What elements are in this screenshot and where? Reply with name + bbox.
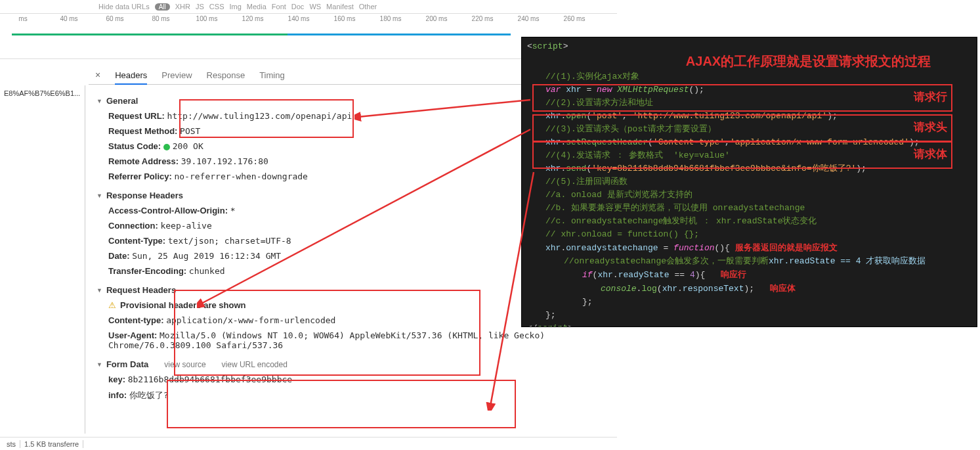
filter-other[interactable]: Other	[359, 3, 377, 11]
annotation-label-request-line: 请求行	[914, 89, 947, 104]
close-icon[interactable]: ×	[95, 70, 100, 80]
tab-preview[interactable]: Preview	[161, 70, 192, 80]
status-transferred: 1.5 KB transferre	[20, 440, 83, 448]
hide-urls-label: Hide data URLs	[98, 3, 150, 11]
chevron-down-icon: ▼	[96, 287, 102, 294]
status-dot-icon	[163, 144, 170, 150]
network-filter-bar: Hide data URLs All XHR JS CSS Img Media …	[0, 0, 980, 13]
form-info-row: info: 你吃饭了?	[96, 387, 609, 404]
filter-js[interactable]: JS	[196, 3, 204, 11]
filter-media[interactable]: Media	[247, 3, 266, 11]
timeline-bar-secondary	[12, 34, 288, 35]
code-title: AJAX的工作原理就是设置请求报文的过程	[527, 53, 971, 70]
chevron-down-icon: ▼	[96, 192, 102, 199]
filter-xhr[interactable]: XHR	[175, 3, 190, 11]
filter-manifest[interactable]: Manifest	[326, 3, 354, 11]
status-requests: sts	[3, 440, 20, 448]
form-data-label: Form Data	[106, 359, 148, 369]
request-item[interactable]: E8%AF%B7%E6%B1...	[4, 88, 81, 99]
form-key-row: key: 8b2116b8ddb94b6681fbbef3ee9bbbce	[96, 372, 609, 387]
form-data-heading[interactable]: ▼ Form Data view source view URL encoded	[96, 359, 609, 369]
filter-img[interactable]: Img	[229, 3, 241, 11]
filter-all[interactable]: All	[155, 3, 170, 11]
response-headers-label: Response Headers	[106, 191, 183, 200]
filter-font[interactable]: Font	[272, 3, 286, 11]
chevron-down-icon: ▼	[96, 98, 102, 104]
view-url-encoded-link[interactable]: view URL encoded	[222, 360, 288, 369]
chevron-down-icon: ▼	[96, 361, 102, 368]
filter-doc[interactable]: Doc	[291, 3, 305, 11]
warning-icon: ⚠	[108, 300, 116, 310]
annotation-label-request-header: 请求头	[914, 120, 947, 135]
request-list: E8%AF%B7%E6%B1...	[0, 85, 85, 434]
tab-headers[interactable]: Headers	[115, 70, 147, 85]
filter-css[interactable]: CSS	[209, 3, 224, 11]
status-bar: sts 1.5 KB transferre	[0, 437, 617, 450]
tab-response[interactable]: Response	[207, 70, 245, 80]
tab-timing[interactable]: Timing	[259, 70, 285, 80]
timeline-ticks: ms40 ms60 ms80 ms100 ms120 ms140 ms160 m…	[0, 14, 617, 22]
code-snippet-panel: <script> AJAX的工作原理就是设置请求报文的过程 //(1).实例化a…	[521, 37, 977, 327]
request-headers-label: Request Headers	[106, 285, 176, 295]
annotation-label-request-body: 请求体	[914, 146, 947, 162]
general-heading-label: General	[106, 96, 138, 106]
view-source-link[interactable]: view source	[164, 360, 205, 369]
user-agent-row: User-Agent: Mozilla/5.0 (Windows NT 10.0…	[96, 328, 609, 353]
filter-ws[interactable]: WS	[309, 3, 321, 11]
